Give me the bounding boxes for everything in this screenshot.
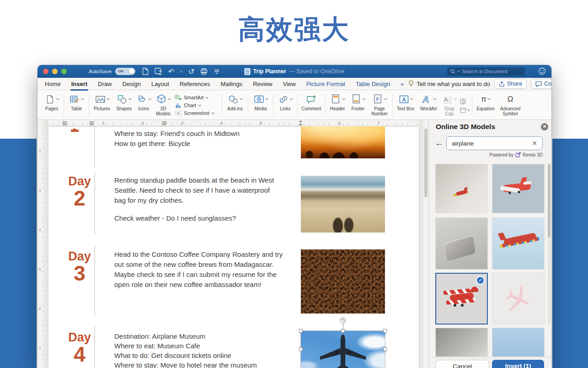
table-resize-marker[interactable]: [299, 121, 303, 126]
model-thumb-small-red-plane[interactable]: [435, 164, 488, 213]
wordart-button[interactable]: A WordArt: [417, 92, 440, 119]
back-arrow-icon[interactable]: ←: [435, 138, 444, 148]
tab-references[interactable]: References: [180, 81, 210, 87]
day4-airplane-photo-selected[interactable]: [301, 331, 385, 368]
tab-picture-format[interactable]: Picture Format: [306, 81, 345, 87]
tab-design[interactable]: Design: [122, 81, 140, 87]
close-window-button[interactable]: [43, 69, 48, 74]
customize-toolbar-icon[interactable]: [213, 68, 221, 76]
cancel-button[interactable]: Cancel: [435, 360, 489, 368]
model-thumb-red-white-toy-plane[interactable]: [492, 164, 545, 213]
tab-layout[interactable]: Layout: [151, 81, 169, 87]
doc-text-line[interactable]: open role on their new coffee ambassador…: [114, 281, 262, 288]
doc-text-line[interactable]: Seattle. Need to check to see if I have …: [114, 186, 270, 194]
doc-text-line[interactable]: out some of the new coffee brews from Ma…: [114, 260, 273, 268]
clear-search-icon[interactable]: ✕: [532, 140, 537, 147]
table-button[interactable]: Table: [65, 92, 87, 119]
text-box-button[interactable]: A Text Box: [394, 92, 417, 119]
pictures-button[interactable]: Pictures: [91, 92, 113, 119]
day1-concert-photo[interactable]: [301, 126, 385, 158]
media-button[interactable]: Media: [250, 92, 272, 119]
doc-text-line[interactable]: Destination: Airplane Museum: [114, 332, 205, 340]
day3-coffee-photo[interactable]: [301, 249, 385, 314]
day1-number-partial[interactable]: 1: [71, 129, 79, 135]
tab-view[interactable]: View: [283, 81, 296, 87]
icons-button[interactable]: Icons: [134, 92, 153, 119]
model-thumb-biplane-selected[interactable]: ✓: [435, 273, 488, 325]
tab-insert[interactable]: Insert: [71, 81, 87, 87]
doc-text-line[interactable]: Head to the Contoso Coffee Company Roast…: [114, 250, 283, 258]
drop-cap-button[interactable]: A Drop Cap: [440, 92, 459, 119]
header-button[interactable]: Header: [327, 92, 348, 119]
screenshot-button[interactable]: Screenshot: [175, 109, 219, 117]
document-scrollbar[interactable]: [423, 127, 428, 368]
search-scope-chevron-icon[interactable]: [457, 70, 460, 72]
table-column-marker[interactable]: [63, 121, 67, 125]
table-column-marker[interactable]: [162, 121, 166, 125]
model-thumb-partial-gray[interactable]: [435, 328, 488, 357]
minimize-window-button[interactable]: [52, 69, 58, 74]
comments-button[interactable]: Comments: [531, 79, 551, 89]
tab-table-design[interactable]: Table Design: [356, 81, 390, 87]
add-ins-button[interactable]: Add-ins: [224, 92, 246, 119]
smartart-button[interactable]: SmartArt: [175, 94, 219, 101]
comment-button[interactable]: Comment: [299, 92, 324, 119]
print-icon[interactable]: [200, 68, 208, 76]
doc-text-line[interactable]: Where to eat: Museum Cafe: [114, 342, 200, 350]
pages-button[interactable]: Pages: [41, 92, 62, 119]
tab-overflow-chevron[interactable]: »: [401, 81, 404, 87]
tab-mailings[interactable]: Mailings: [220, 81, 242, 87]
model-thumb-pale-pink-plane[interactable]: [492, 273, 545, 325]
model-thumb-partial-blue[interactable]: [492, 328, 545, 357]
autosave-toggle[interactable]: ON: [115, 68, 135, 75]
search-in-document-input[interactable]: Search in Document: [447, 67, 525, 76]
zoom-window-button[interactable]: [61, 69, 67, 74]
resize-handle-top-left[interactable]: [299, 329, 303, 333]
model-thumb-gray-slab[interactable]: [435, 217, 488, 270]
feedback-smiley-icon[interactable]: [538, 67, 546, 75]
undo-icon[interactable]: ↶: [167, 68, 175, 76]
doc-text-line[interactable]: bag for my dry clothes.: [114, 196, 184, 204]
new-document-icon[interactable]: [142, 68, 150, 76]
doc-text-line[interactable]: Renting standup paddle boards at the bea…: [114, 176, 274, 184]
selected-check-icon[interactable]: ✓: [476, 276, 485, 285]
doc-text-line[interactable]: Maybe check to see if I can submit my re…: [114, 271, 277, 278]
model-thumb-striped-wing-plane[interactable]: [492, 217, 545, 270]
chart-button[interactable]: Chart: [175, 102, 219, 109]
panel-close-icon[interactable]: ✕: [541, 123, 548, 130]
doc-text-line[interactable]: How to get there: Bicycle: [114, 140, 190, 147]
object-button[interactable]: [460, 98, 470, 104]
shapes-button[interactable]: Shapes: [113, 92, 134, 119]
share-button[interactable]: Share: [494, 79, 527, 89]
insert-button[interactable]: Insert (1): [492, 360, 544, 368]
undo-chevron-icon[interactable]: [180, 69, 183, 72]
advanced-symbol-button[interactable]: Ω Advanced Symbol: [497, 92, 523, 119]
page-number-button[interactable]: # Page Number: [368, 92, 391, 119]
day3-number[interactable]: 3: [62, 263, 97, 284]
resize-handle-top-center[interactable]: [341, 329, 345, 333]
3d-models-button[interactable]: 3D Models: [153, 92, 174, 119]
scrollbar-thumb[interactable]: [424, 129, 428, 197]
table-column-marker[interactable]: [90, 121, 94, 125]
doc-text-line[interactable]: What to do: Get discount tickets online: [114, 352, 231, 359]
footer-button[interactable]: Footer: [348, 92, 368, 119]
redo-icon[interactable]: ↺: [187, 68, 195, 76]
tab-home[interactable]: Home: [45, 81, 61, 87]
day2-beach-photo[interactable]: [301, 176, 385, 233]
resize-handle-mid-right[interactable]: [383, 347, 387, 351]
doc-text-line[interactable]: Where to stay: Move to hotel near the mu…: [114, 361, 257, 368]
model-search-input[interactable]: airplane ✕: [446, 136, 543, 150]
equation-button[interactable]: π Equation: [474, 92, 497, 119]
doc-text-line[interactable]: Check weather - Do I need sunglasses?: [114, 214, 236, 222]
rotate-handle[interactable]: [340, 317, 346, 324]
date-time-button[interactable]: [460, 107, 470, 113]
panel-scrollbar-thumb[interactable]: [548, 164, 551, 237]
doc-text-line[interactable]: Where to stay: Friend’s couch in Midtown: [114, 130, 240, 137]
document-page[interactable]: 1 Where to stay: Friend’s couch in Midto…: [48, 127, 419, 368]
day2-number[interactable]: 2: [62, 188, 97, 209]
tab-draw[interactable]: Draw: [98, 81, 112, 87]
tell-me-box[interactable]: Tell me what you want to do: [408, 80, 490, 87]
links-button[interactable]: Links: [275, 92, 296, 119]
panel-scrollbar[interactable]: [548, 164, 551, 325]
resize-handle-top-right[interactable]: [383, 329, 387, 333]
